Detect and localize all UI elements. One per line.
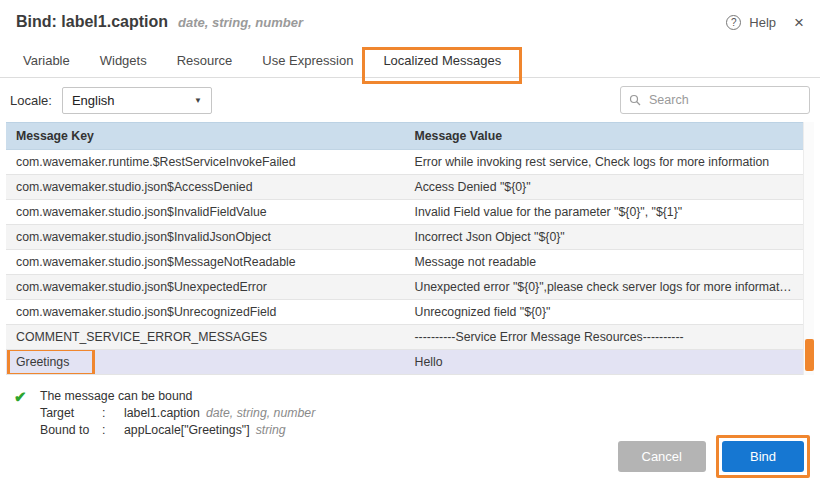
message-value-cell[interactable]: Hello [405,350,804,375]
message-key-cell[interactable]: COMMENT_SERVICE_ERROR_MESSAGES [6,325,405,350]
bound-to-value: appLocale["Greetings"]string [124,422,286,439]
vertical-scrollbar[interactable] [803,122,814,375]
message-key-cell[interactable]: com.wavemaker.studio.json$UnrecognizedFi… [6,300,405,325]
locale-selected-value: English [72,93,115,108]
status-target-row: Target : label1.captiondate, string, num… [40,405,806,422]
table-row[interactable]: com.wavemaker.runtime.$RestServiceInvoke… [6,150,803,175]
target-label: Target [40,405,102,422]
bind-annotation-box: Bind [716,435,810,478]
scrollbar-thumb[interactable] [805,339,814,371]
check-icon: ✔ [14,388,27,406]
message-key-cell[interactable]: com.wavemaker.studio.json$UnexpectedErro… [6,275,405,300]
message-key-cell[interactable]: com.wavemaker.studio.json$InvalidJsonObj… [6,225,405,250]
table-body: com.wavemaker.runtime.$RestServiceInvoke… [6,150,803,375]
message-value-cell[interactable]: Unrecognized field "${0}" [405,300,804,325]
message-value-cell[interactable]: Error while invoking rest service, Check… [405,150,804,175]
message-value-cell[interactable]: Unexpected error "${0}",please check ser… [405,275,804,300]
table-row[interactable]: com.wavemaker.studio.json$MessageNotRead… [6,250,803,275]
table-row[interactable]: com.wavemaker.studio.json$InvalidFieldVa… [6,200,803,225]
bind-status: ✔ The message can be bound Target : labe… [14,388,806,439]
dialog-header: Bind: label1.caption date, string, numbe… [0,0,820,44]
search-icon [629,94,641,106]
search-input[interactable] [647,92,801,108]
column-header-message-value: Message Value [405,123,804,150]
header-actions: ? Help × [726,14,804,31]
messages-table-wrap: Message Key Message Value com.wavemaker.… [6,122,814,375]
status-message: The message can be bound [40,388,806,405]
message-key-cell[interactable]: com.wavemaker.runtime.$RestServiceInvoke… [6,150,405,175]
message-value-cell[interactable]: Invalid Field value for the parameter "$… [405,200,804,225]
help-icon[interactable]: ? [726,15,741,30]
cancel-button[interactable]: Cancel [618,441,706,472]
table-row[interactable]: GreetingsHello [6,350,803,375]
column-header-message-key: Message Key [6,123,405,150]
dialog-subtitle: date, string, number [178,15,303,30]
dialog-title: Bind: label1.caption [16,13,168,31]
table-row[interactable]: com.wavemaker.studio.json$UnexpectedErro… [6,275,803,300]
message-key-cell[interactable]: com.wavemaker.studio.json$InvalidFieldVa… [6,200,405,225]
bind-dialog: Bind: label1.caption date, string, numbe… [0,0,820,486]
close-icon[interactable]: × [794,14,804,31]
message-value-cell[interactable]: Access Denied "${0}" [405,175,804,200]
table-row[interactable]: com.wavemaker.studio.json$AccessDeniedAc… [6,175,803,200]
tab-widgets[interactable]: Widgets [85,44,162,77]
table-row[interactable]: com.wavemaker.studio.json$InvalidJsonObj… [6,225,803,250]
footer-actions: Cancel Bind [618,435,811,478]
message-value-cell[interactable]: ----------Service Error Message Resource… [405,325,804,350]
table-header-row: Message Key Message Value [6,123,803,150]
table-row[interactable]: COMMENT_SERVICE_ERROR_MESSAGES----------… [6,325,803,350]
message-key-cell[interactable]: com.wavemaker.studio.json$MessageNotRead… [6,250,405,275]
messages-table: Message Key Message Value com.wavemaker.… [6,122,803,375]
tab-localized-messages[interactable]: Localized Messages [368,44,516,77]
message-value-cell[interactable]: Message not readable [405,250,804,275]
tab-resource[interactable]: Resource [162,44,248,77]
search-box[interactable] [620,86,810,114]
target-types: date, string, number [206,406,315,420]
toolbar: Locale: English ▼ [0,78,820,122]
message-key-cell[interactable]: Greetings [6,350,405,375]
tabs: VariableWidgetsResourceUse ExpressionLoc… [0,44,820,78]
tab-use-expression[interactable]: Use Expression [247,44,368,77]
tab-variable[interactable]: Variable [8,44,85,77]
bind-button[interactable]: Bind [722,441,804,472]
chevron-down-icon: ▼ [194,96,202,105]
help-label[interactable]: Help [749,15,776,30]
locale-label: Locale: [10,93,52,108]
locale-select[interactable]: English ▼ [62,87,212,114]
table-row[interactable]: com.wavemaker.studio.json$UnrecognizedFi… [6,300,803,325]
bound-to-type: string [256,423,286,437]
message-value-cell[interactable]: Incorrect Json Object "${0}" [405,225,804,250]
message-key-cell[interactable]: com.wavemaker.studio.json$AccessDenied [6,175,405,200]
target-value: label1.captiondate, string, number [124,405,315,422]
bound-to-label: Bound to [40,422,102,439]
